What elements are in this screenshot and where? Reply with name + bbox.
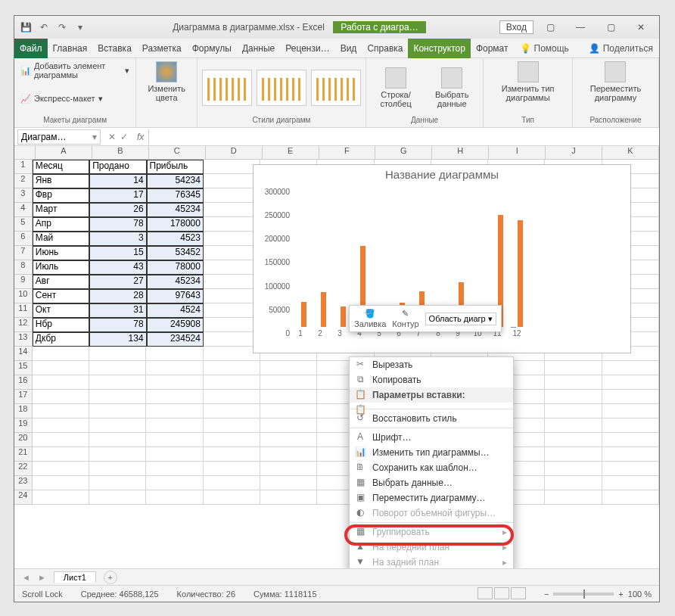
row-header[interactable]: 22 <box>14 462 33 476</box>
cell[interactable] <box>33 404 89 418</box>
cell[interactable] <box>204 289 260 303</box>
cell[interactable] <box>33 347 89 361</box>
cell[interactable]: Сент <box>33 289 89 303</box>
cell[interactable] <box>33 375 89 390</box>
cell[interactable] <box>89 447 146 462</box>
cell[interactable] <box>89 418 146 433</box>
cell[interactable]: 26 <box>89 203 146 217</box>
qat-more-icon[interactable]: ▾ <box>73 20 87 34</box>
row-header[interactable]: 18 <box>14 404 33 418</box>
cell[interactable]: Месяц <box>33 160 89 174</box>
cell[interactable] <box>602 433 659 447</box>
cell[interactable] <box>204 447 260 462</box>
cell[interactable] <box>204 203 260 217</box>
cell[interactable]: 53452 <box>147 246 204 260</box>
cell[interactable] <box>89 462 146 476</box>
tab-format[interactable]: Формат <box>471 39 514 58</box>
cell[interactable] <box>204 275 260 289</box>
scroll-last-icon[interactable]: ► <box>38 573 46 582</box>
cell[interactable]: Продано <box>89 160 146 174</box>
cell[interactable]: Авг <box>33 275 89 289</box>
cell[interactable] <box>545 476 602 490</box>
scroll-first-icon[interactable]: ◄ <box>22 573 30 582</box>
cell[interactable] <box>204 260 260 275</box>
ctx-copy[interactable]: ⧉Копировать <box>350 372 513 387</box>
cell[interactable]: 245908 <box>147 318 204 332</box>
cell[interactable] <box>602 418 659 433</box>
row-header[interactable]: 20 <box>14 433 33 447</box>
switch-row-column-button[interactable]: Строка/столбец <box>371 66 421 110</box>
cell[interactable] <box>602 404 659 418</box>
cell[interactable] <box>260 433 317 447</box>
row-header[interactable]: 14 <box>14 347 33 361</box>
cell[interactable]: 178000 <box>147 217 204 232</box>
cell[interactable] <box>204 462 260 476</box>
col-header[interactable]: K <box>602 146 659 159</box>
cell[interactable] <box>89 433 146 447</box>
enter-formula-icon[interactable]: ✓ <box>120 132 128 142</box>
save-icon[interactable]: 💾 <box>19 20 33 34</box>
select-data-button[interactable]: Выбрать данные <box>425 66 478 110</box>
cell[interactable]: 78 <box>89 217 146 232</box>
row-header[interactable]: 1 <box>14 160 33 174</box>
cell[interactable] <box>89 347 146 361</box>
cell[interactable] <box>545 390 602 404</box>
cell[interactable] <box>602 447 659 462</box>
zoom-in-icon[interactable]: + <box>618 590 623 599</box>
col-header[interactable]: D <box>206 146 263 159</box>
row-header[interactable]: 19 <box>14 418 33 433</box>
worksheet[interactable]: ABCDEFGHIJK 1МесяцПроданоПрибыль2Янв1454… <box>14 146 659 568</box>
row-header[interactable]: 24 <box>14 490 33 505</box>
cell[interactable] <box>146 418 203 433</box>
cell[interactable] <box>602 375 659 390</box>
ctx-move-chart[interactable]: ▣Переместить диаграмму… <box>350 490 513 506</box>
cell[interactable] <box>260 476 317 490</box>
cell[interactable]: 17 <box>89 188 146 203</box>
cell[interactable]: 4523 <box>147 232 204 246</box>
cell[interactable]: Окт <box>33 303 89 318</box>
view-buttons[interactable] <box>476 587 526 601</box>
ctx-paste-option-1[interactable]: 📋 <box>350 403 513 407</box>
cell[interactable] <box>146 447 203 462</box>
row-header[interactable]: 6 <box>14 232 33 246</box>
row-header[interactable]: 3 <box>14 188 33 203</box>
cell[interactable]: Прибыль <box>147 160 204 174</box>
cell[interactable] <box>204 347 260 361</box>
cell[interactable] <box>545 404 602 418</box>
col-header[interactable]: B <box>92 146 149 159</box>
col-header[interactable]: C <box>149 146 206 159</box>
row-header[interactable]: 10 <box>14 289 33 303</box>
row-header[interactable]: 13 <box>14 332 33 347</box>
cell[interactable]: Июль <box>33 260 89 275</box>
cell[interactable] <box>146 390 203 404</box>
tab-home[interactable]: Главная <box>48 39 93 58</box>
cell[interactable] <box>146 361 203 375</box>
minimize-icon[interactable]: — <box>567 18 594 36</box>
row-header[interactable]: 11 <box>14 303 33 318</box>
tab-help[interactable]: Справка <box>362 39 408 58</box>
cell[interactable] <box>204 318 260 332</box>
cell[interactable] <box>89 375 146 390</box>
cell[interactable] <box>33 476 89 490</box>
tab-design[interactable]: Конструктор <box>408 39 470 58</box>
cell[interactable]: Март <box>33 203 89 217</box>
ctx-cut[interactable]: ✂Вырезать <box>350 357 513 372</box>
cell[interactable]: 4524 <box>147 303 204 318</box>
tell-me[interactable]: 💡 Помощь <box>514 43 575 54</box>
close-icon[interactable]: ✕ <box>627 18 655 36</box>
cell[interactable]: 78000 <box>147 260 204 275</box>
row-header[interactable]: 17 <box>14 390 33 404</box>
cell[interactable]: Апр <box>33 217 89 232</box>
cell[interactable] <box>33 462 89 476</box>
cell[interactable]: 134 <box>89 332 146 347</box>
cell[interactable] <box>33 433 89 447</box>
move-chart-button[interactable]: Переместить диаграмму <box>577 60 654 104</box>
change-colors-button[interactable]: Изменить цвета <box>141 60 191 104</box>
ctx-reset-style[interactable]: ↺Восстановить стиль <box>350 411 513 426</box>
cell[interactable] <box>545 418 602 433</box>
select-all-corner[interactable] <box>14 146 36 160</box>
tab-layout[interactable]: Разметка <box>137 39 187 58</box>
cell[interactable] <box>260 490 317 505</box>
cell[interactable] <box>33 418 89 433</box>
tab-insert[interactable]: Вставка <box>92 39 137 58</box>
